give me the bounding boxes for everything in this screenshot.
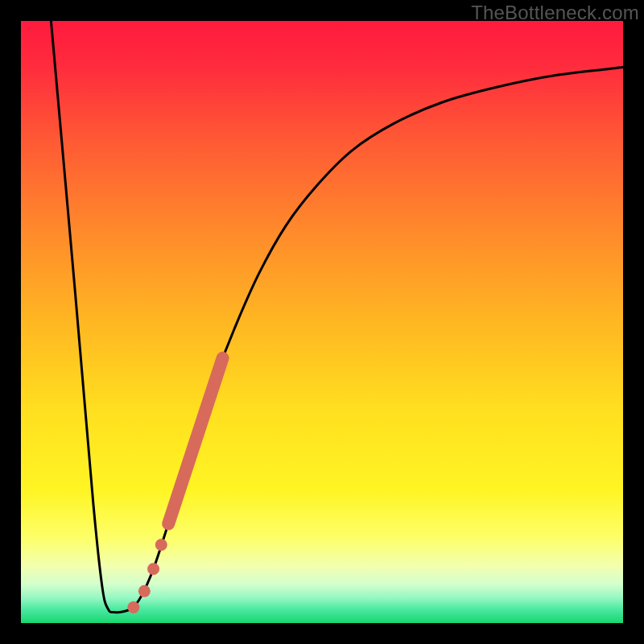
bottom-dot [127,601,139,613]
plot-area [21,21,623,623]
watermark-text: TheBottleneck.com [471,2,639,24]
gap-dot-lower [138,585,151,597]
gap-dot-upper [155,539,167,551]
chart-svg [21,21,623,623]
gradient-background [21,21,623,623]
chart-frame: TheBottleneck.com [0,0,644,644]
gap-dot-mid [147,563,159,575]
